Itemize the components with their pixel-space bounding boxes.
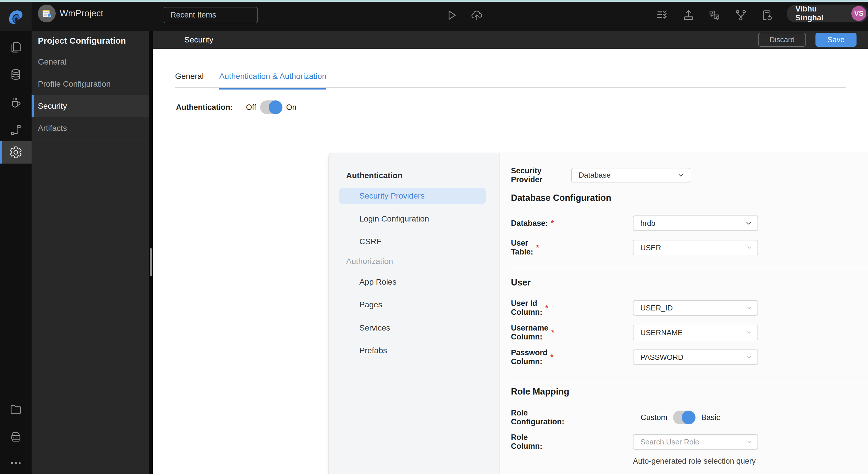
project-config-sidebar: Project Configuration General Profile Co… bbox=[32, 31, 149, 474]
sidebar-item-general[interactable]: General bbox=[32, 51, 149, 73]
chevron-down-icon bbox=[746, 329, 752, 336]
version-control-button[interactable] bbox=[734, 9, 747, 22]
rail-item-database[interactable] bbox=[0, 63, 32, 86]
security-provider-select[interactable]: Database bbox=[571, 168, 690, 183]
authentication-toggle[interactable] bbox=[260, 100, 282, 114]
role-configuration-toggle[interactable] bbox=[673, 411, 695, 424]
deploy-button[interactable] bbox=[470, 9, 484, 22]
panel-item-app-roles[interactable]: App Roles bbox=[360, 274, 396, 290]
security-provider-value: Database bbox=[579, 171, 611, 180]
checklist-icon bbox=[656, 9, 669, 22]
username-column-select[interactable]: USERNAME bbox=[633, 325, 758, 340]
rail-item-java-services[interactable] bbox=[0, 91, 32, 114]
chevron-down-icon bbox=[746, 439, 752, 445]
panel-item-login-configuration[interactable]: Login Configuration bbox=[360, 211, 429, 227]
security-provider-label: Security Provider bbox=[511, 168, 542, 183]
toggle-off-label: Off bbox=[246, 100, 256, 114]
sidebar-item-artifacts[interactable]: Artifacts bbox=[32, 117, 149, 139]
role-configuration-label: Role Configuration: bbox=[511, 410, 564, 425]
sidebar-item-profile-configuration[interactable]: Profile Configuration bbox=[32, 73, 149, 95]
localization-button[interactable] bbox=[708, 9, 721, 22]
role-column-select[interactable]: Search User Role bbox=[633, 434, 758, 450]
export-button[interactable] bbox=[682, 9, 695, 22]
database-icon bbox=[9, 68, 22, 81]
device-sync-button[interactable] bbox=[760, 9, 773, 22]
tab-authentication-authorization[interactable]: Authentication & Authorization bbox=[219, 72, 327, 90]
checklist-button[interactable] bbox=[656, 9, 669, 22]
wavemaker-logo[interactable] bbox=[0, 2, 32, 31]
user-name: Vibhu Singhal bbox=[795, 5, 847, 22]
project-name: WmProject bbox=[60, 2, 103, 25]
database-select[interactable]: hrdb bbox=[633, 216, 758, 231]
user-table-label: User Table: * bbox=[511, 240, 539, 255]
panel-item-pages[interactable]: Pages bbox=[360, 297, 382, 313]
device-sync-icon bbox=[760, 9, 773, 22]
database-label: Database: * bbox=[511, 216, 554, 231]
security-nav-panel: Authentication Security Providers Login … bbox=[329, 153, 500, 474]
panel-item-csrf[interactable]: CSRF bbox=[360, 233, 381, 250]
user-id-column-select[interactable]: USER_ID bbox=[633, 300, 758, 316]
settings-gear-icon bbox=[9, 146, 22, 159]
user-id-column-label-text: User Id Column: bbox=[511, 299, 542, 317]
user-table-label-text: User Table: bbox=[511, 239, 533, 256]
more-ellipsis-icon bbox=[9, 456, 22, 470]
recent-items-input[interactable]: Recent Items bbox=[164, 7, 258, 23]
chevron-down-icon bbox=[746, 354, 752, 360]
connector-icon bbox=[9, 123, 22, 136]
security-provider-form: Security Provider Database Database Conf… bbox=[500, 153, 868, 474]
folder-icon bbox=[9, 403, 22, 416]
rail-item-more[interactable] bbox=[0, 452, 32, 474]
chevron-down-icon bbox=[746, 305, 752, 311]
query-caption: Auto-generated role selection query bbox=[633, 457, 756, 466]
section-authentication: Authentication bbox=[346, 171, 402, 180]
page-title: Security bbox=[184, 31, 213, 49]
authentication-toggle-row: Authentication: Off On bbox=[176, 100, 348, 114]
rail-item-settings[interactable] bbox=[0, 141, 32, 163]
required-marker: * bbox=[551, 328, 555, 337]
rail-item-pages[interactable] bbox=[0, 36, 32, 58]
password-column-select[interactable]: PASSWORD bbox=[633, 349, 758, 365]
section-authorization: Authorization bbox=[346, 257, 393, 266]
security-settings-card: Authentication Security Providers Login … bbox=[329, 153, 868, 474]
role-configuration-toggle-group: Custom Basic bbox=[641, 410, 720, 425]
user-table-select[interactable]: USER bbox=[633, 240, 758, 255]
save-button[interactable]: Save bbox=[815, 33, 857, 47]
toggle-knob bbox=[682, 411, 695, 424]
sidebar-item-security[interactable]: Security bbox=[32, 95, 149, 117]
panel-item-security-providers[interactable]: Security Providers bbox=[339, 188, 486, 204]
tab-general[interactable]: General bbox=[175, 72, 204, 90]
user-id-column-label: User Id Column: * bbox=[511, 300, 548, 316]
sidebar-title: Project Configuration bbox=[38, 36, 126, 45]
username-column-label: Username Column: * bbox=[511, 325, 554, 340]
resize-handle[interactable] bbox=[150, 248, 152, 276]
sidebar-resize-gutter[interactable] bbox=[149, 31, 153, 474]
user-table-value: USER bbox=[640, 243, 661, 252]
rail-item-files[interactable] bbox=[0, 398, 32, 421]
toggle-on-label: On bbox=[286, 100, 297, 114]
page-header: Security Discard Save bbox=[153, 31, 868, 49]
panel-item-services[interactable]: Services bbox=[360, 320, 390, 336]
tabs: General Authentication & Authorization bbox=[175, 72, 327, 90]
section-divider bbox=[511, 268, 868, 268]
chevron-down-icon bbox=[746, 245, 752, 251]
panel-item-prefabs[interactable]: Prefabs bbox=[360, 343, 387, 359]
run-button[interactable] bbox=[445, 9, 458, 22]
svg-text:LOG: LOG bbox=[13, 436, 19, 439]
password-column-label: Password Column: * bbox=[511, 349, 553, 365]
rail-item-apis[interactable] bbox=[0, 119, 32, 141]
discard-button[interactable]: Discard bbox=[758, 33, 806, 47]
topbar: WmProject Recent Items Vibhu Singhal VS bbox=[0, 2, 868, 31]
username-column-label-text: Username Column: bbox=[511, 324, 549, 342]
project-avatar[interactable] bbox=[38, 5, 56, 22]
export-icon bbox=[682, 9, 695, 22]
icon-rail: LOG bbox=[0, 31, 32, 474]
user-chip[interactable]: Vibhu Singhal VS bbox=[787, 5, 868, 22]
toggle-knob bbox=[269, 100, 282, 114]
basic-label: Basic bbox=[701, 413, 720, 422]
user-section-title: User bbox=[511, 278, 531, 288]
role-column-placeholder: Search User Role bbox=[640, 438, 699, 446]
play-icon bbox=[445, 9, 458, 22]
rail-item-logs[interactable]: LOG bbox=[0, 426, 32, 448]
database-value: hrdb bbox=[640, 219, 655, 228]
required-marker: * bbox=[545, 304, 548, 312]
